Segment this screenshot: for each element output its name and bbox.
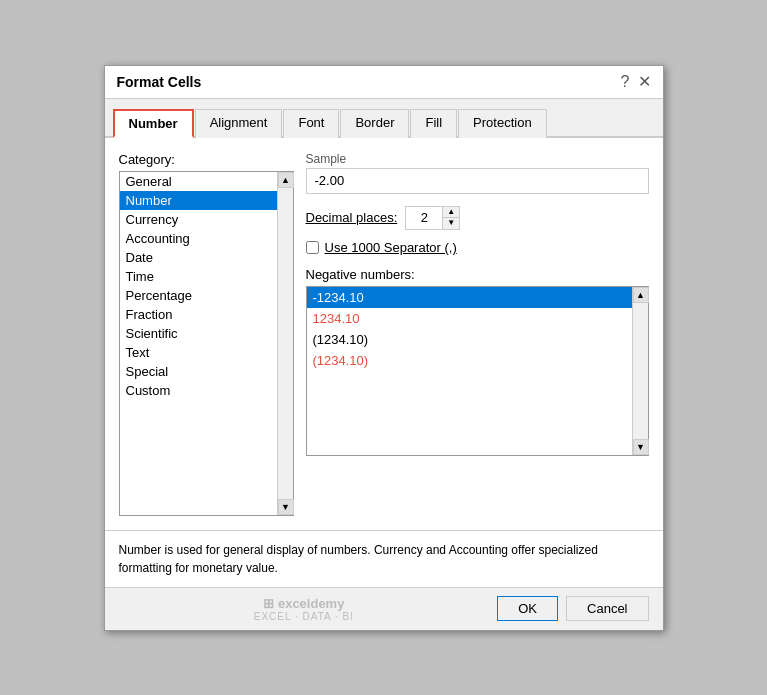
cat-special[interactable]: Special [120,362,277,381]
neg-scroll-up[interactable]: ▲ [633,287,649,303]
cat-text[interactable]: Text [120,343,277,362]
cat-number[interactable]: Number [120,191,277,210]
sample-value: -2.00 [306,168,649,194]
scroll-down-arrow[interactable]: ▼ [278,499,294,515]
tab-number[interactable]: Number [113,109,194,138]
cat-scientific[interactable]: Scientific [120,324,277,343]
watermark-name: exceldemy [278,596,345,611]
ok-button[interactable]: OK [497,596,558,621]
cat-date[interactable]: Date [120,248,277,267]
cat-fraction[interactable]: Fraction [120,305,277,324]
neg-numbers-section: Negative numbers: -1234.10 1234.10 (1234… [306,267,649,456]
cat-currency[interactable]: Currency [120,210,277,229]
watermark-icon: ⊞ [263,596,274,611]
left-panel: Category: General Number Currency Accoun… [119,152,294,516]
cat-time[interactable]: Time [120,267,277,286]
neg-item-3[interactable]: (1234.10) [307,350,632,371]
watermark-sub: EXCEL · DATA · BI [254,611,354,622]
spinner-up[interactable]: ▲ [443,207,459,218]
scroll-up-arrow[interactable]: ▲ [278,172,294,188]
decimal-spinner[interactable]: ▲ ▼ [405,206,460,230]
neg-item-1[interactable]: 1234.10 [307,308,632,329]
cat-accounting[interactable]: Accounting [120,229,277,248]
neg-scroll-track [633,303,648,439]
tab-border[interactable]: Border [340,109,409,138]
watermark: ⊞ exceldemy EXCEL · DATA · BI [119,596,490,622]
cancel-button[interactable]: Cancel [566,596,648,621]
title-bar: Format Cells ? ✕ [105,66,663,99]
sample-label: Sample [306,152,649,166]
format-cells-dialog: Format Cells ? ✕ Number Alignment Font B… [104,65,664,631]
category-list-container: General Number Currency Accounting Date … [119,171,294,516]
tab-alignment[interactable]: Alignment [195,109,283,138]
neg-numbers-list: -1234.10 1234.10 (1234.10) (1234.10) [307,287,632,455]
neg-numbers-label: Negative numbers: [306,267,649,282]
separator-row: Use 1000 Separator (,) [306,240,649,255]
dialog-title: Format Cells [117,74,202,90]
footer: ⊞ exceldemy EXCEL · DATA · BI OK Cancel [105,587,663,630]
category-scrollbar[interactable]: ▲ ▼ [277,172,293,515]
help-button[interactable]: ? [621,74,630,90]
description: Number is used for general display of nu… [105,530,663,587]
separator-label: Use 1000 Separator (,) [325,240,457,255]
tab-protection[interactable]: Protection [458,109,547,138]
cat-custom[interactable]: Custom [120,381,277,400]
right-panel: Sample -2.00 Decimal places: ▲ ▼ Use 100… [306,152,649,516]
title-bar-actions: ? ✕ [621,74,651,90]
dialog-content: Category: General Number Currency Accoun… [105,138,663,530]
category-label: Category: [119,152,294,167]
neg-numbers-container: -1234.10 1234.10 (1234.10) (1234.10) ▲ ▼ [306,286,649,456]
decimal-label: Decimal places: [306,210,398,225]
separator-checkbox[interactable] [306,241,319,254]
neg-item-0[interactable]: -1234.10 [307,287,632,308]
watermark-logo: ⊞ exceldemy [263,596,344,611]
decimal-row: Decimal places: ▲ ▼ [306,206,649,230]
cat-general[interactable]: General [120,172,277,191]
sample-section: Sample -2.00 [306,152,649,194]
close-button[interactable]: ✕ [638,74,651,90]
neg-scrollbar[interactable]: ▲ ▼ [632,287,648,455]
category-list: General Number Currency Accounting Date … [120,172,277,515]
neg-item-2[interactable]: (1234.10) [307,329,632,350]
decimal-input[interactable] [406,208,442,227]
cat-percentage[interactable]: Percentage [120,286,277,305]
spinner-buttons: ▲ ▼ [442,207,459,229]
scroll-track [278,188,293,499]
tab-fill[interactable]: Fill [410,109,457,138]
tab-font[interactable]: Font [283,109,339,138]
tab-bar: Number Alignment Font Border Fill Protec… [105,99,663,138]
spinner-down[interactable]: ▼ [443,218,459,229]
neg-scroll-down[interactable]: ▼ [633,439,649,455]
